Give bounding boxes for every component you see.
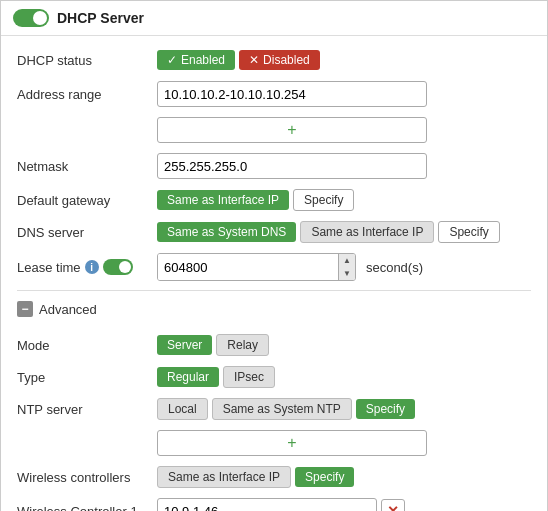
lease-time-input[interactable]: [158, 254, 338, 280]
dns-server-label: DNS server: [17, 225, 157, 240]
toggle-thumb: [33, 11, 47, 25]
advanced-row[interactable]: − Advanced: [17, 295, 531, 323]
wc-same-as-interface-button[interactable]: Same as Interface IP: [157, 466, 291, 488]
default-gateway-label: Default gateway: [17, 193, 157, 208]
mode-relay-button[interactable]: Relay: [216, 334, 269, 356]
toggle-track: [13, 9, 49, 27]
type-row: Type Regular IPsec: [17, 361, 531, 393]
dhcp-status-row: DHCP status ✓ Enabled ✕ Disabled: [17, 44, 531, 76]
lease-time-info-icon[interactable]: i: [85, 260, 99, 274]
mode-label: Mode: [17, 338, 157, 353]
ntp-server-controls: Local Same as System NTP Specify: [157, 398, 531, 420]
wireless-controller-1-delete-button[interactable]: ✕: [381, 499, 405, 511]
add-address-range-button[interactable]: +: [157, 117, 427, 143]
mode-row: Mode Server Relay: [17, 329, 531, 361]
gateway-specify-button[interactable]: Specify: [293, 189, 354, 211]
wireless-controller-1-input[interactable]: [157, 498, 377, 511]
type-ipsec-button[interactable]: IPsec: [223, 366, 275, 388]
wireless-controller-1-controls: ✕: [157, 498, 531, 511]
default-gateway-row: Default gateway Same as Interface IP Spe…: [17, 184, 531, 216]
ntp-local-button[interactable]: Local: [157, 398, 208, 420]
wireless-controller-1-row: Wireless Controller 1 ✕: [17, 493, 531, 511]
mode-controls: Server Relay: [157, 334, 531, 356]
wireless-controllers-controls: Same as Interface IP Specify: [157, 466, 531, 488]
gateway-same-as-interface-button[interactable]: Same as Interface IP: [157, 190, 289, 210]
check-icon: ✓: [167, 53, 177, 67]
add-ntp-server-button[interactable]: +: [157, 430, 427, 456]
wireless-controllers-label: Wireless controllers: [17, 470, 157, 485]
mode-server-button[interactable]: Server: [157, 335, 212, 355]
netmask-controls: [157, 153, 531, 179]
lease-time-spinner: ▲ ▼: [157, 253, 356, 281]
address-range-controls: [157, 81, 531, 107]
wireless-controller-1-label: Wireless Controller 1: [17, 504, 157, 512]
spinner-buttons: ▲ ▼: [338, 254, 355, 280]
dns-specify-button[interactable]: Specify: [438, 221, 499, 243]
netmask-input[interactable]: [157, 153, 427, 179]
type-regular-button[interactable]: Regular: [157, 367, 219, 387]
ntp-add-row: +: [17, 425, 531, 461]
x-icon: ✕: [249, 53, 259, 67]
dhcp-server-toggle[interactable]: [13, 9, 49, 27]
lease-time-row: Lease time i ▲ ▼ second(s): [17, 248, 531, 286]
address-range-add-row: +: [17, 112, 531, 148]
divider-1: [17, 290, 531, 291]
wireless-controllers-row: Wireless controllers Same as Interface I…: [17, 461, 531, 493]
dns-server-row: DNS server Same as System DNS Same as In…: [17, 216, 531, 248]
dns-same-as-system-button[interactable]: Same as System DNS: [157, 222, 296, 242]
dns-same-as-interface-button[interactable]: Same as Interface IP: [300, 221, 434, 243]
collapse-icon: −: [17, 301, 33, 317]
address-range-input[interactable]: [157, 81, 427, 107]
default-gateway-controls: Same as Interface IP Specify: [157, 189, 531, 211]
dhcp-status-label: DHCP status: [17, 53, 157, 68]
netmask-row: Netmask: [17, 148, 531, 184]
plus-icon: +: [287, 121, 296, 139]
type-controls: Regular IPsec: [157, 366, 531, 388]
address-range-row: Address range: [17, 76, 531, 112]
dhcp-status-controls: ✓ Enabled ✕ Disabled: [157, 50, 531, 70]
lease-time-toggle[interactable]: [103, 259, 133, 275]
netmask-label: Netmask: [17, 159, 157, 174]
ntp-server-row: NTP server Local Same as System NTP Spec…: [17, 393, 531, 425]
dns-server-controls: Same as System DNS Same as Interface IP …: [157, 221, 531, 243]
advanced-label: Advanced: [39, 302, 97, 317]
seconds-label: second(s): [366, 260, 423, 275]
form-section: DHCP status ✓ Enabled ✕ Disabled Address…: [1, 36, 547, 511]
ntp-add-controls: +: [157, 430, 531, 456]
lease-time-toggle-thumb: [119, 261, 131, 273]
lease-time-controls: ▲ ▼ second(s): [157, 253, 531, 281]
ntp-specify-button[interactable]: Specify: [356, 399, 415, 419]
disabled-button[interactable]: ✕ Disabled: [239, 50, 320, 70]
type-label: Type: [17, 370, 157, 385]
spinner-up-button[interactable]: ▲: [339, 254, 355, 267]
add-range-controls: +: [157, 117, 531, 143]
ntp-plus-icon: +: [287, 434, 296, 452]
spinner-down-button[interactable]: ▼: [339, 267, 355, 280]
dhcp-server-header: DHCP Server: [1, 1, 547, 36]
ntp-same-as-system-button[interactable]: Same as System NTP: [212, 398, 352, 420]
address-range-label: Address range: [17, 87, 157, 102]
wc-specify-button[interactable]: Specify: [295, 467, 354, 487]
page-title: DHCP Server: [57, 10, 144, 26]
lease-time-label: Lease time i: [17, 259, 157, 275]
enabled-button[interactable]: ✓ Enabled: [157, 50, 235, 70]
ntp-server-label: NTP server: [17, 402, 157, 417]
